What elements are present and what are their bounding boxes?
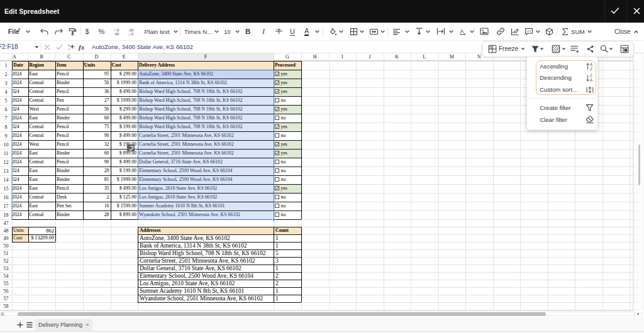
svg-text:.00: .00 [114, 32, 119, 36]
svg-text:A: A [460, 28, 464, 35]
svg-text:↓.0: ↓.0 [128, 32, 134, 36]
svg-text:Z: Z [590, 67, 592, 71]
svg-text:A: A [590, 78, 593, 82]
